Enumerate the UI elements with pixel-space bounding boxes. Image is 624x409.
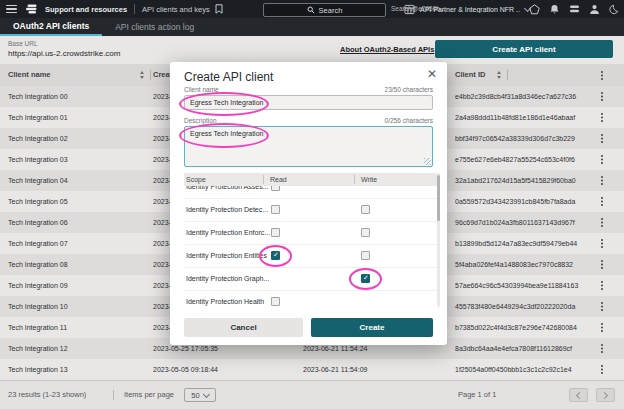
write-checkbox[interactable] bbox=[361, 251, 370, 260]
apps-grid-icon[interactable] bbox=[404, 4, 415, 15]
tab-oauth2-api-clients[interactable]: OAuth2 API clients bbox=[0, 18, 102, 36]
account-label: API Partner & Integration NFR ... bbox=[420, 6, 520, 13]
search-input[interactable]: Search bbox=[263, 3, 386, 17]
row-actions-kebab-icon[interactable] bbox=[601, 323, 603, 325]
row-actions-kebab-icon[interactable] bbox=[601, 239, 603, 241]
scope-list: Identity Protection Asses... Identity Pr… bbox=[184, 176, 437, 309]
cell-created-date: 2023- bbox=[153, 107, 171, 128]
cell-client-id: b13899bd5d124a7a83ec9df59479eb44 bbox=[455, 233, 593, 254]
scope-scrollbar[interactable] bbox=[437, 173, 440, 307]
scope-label: Identity Protection Detec... bbox=[186, 199, 268, 221]
cell-client-name: Tech Integration 02 bbox=[8, 128, 68, 149]
stack-icon[interactable] bbox=[569, 4, 580, 14]
row-actions-kebab-icon[interactable] bbox=[601, 113, 603, 115]
hamburger-menu-icon[interactable] bbox=[6, 5, 17, 14]
cancel-button[interactable]: Cancel bbox=[184, 318, 303, 337]
cell-updated-date: 2023-06-21 11:54:09 bbox=[303, 359, 367, 380]
row-actions-kebab-icon[interactable] bbox=[601, 155, 603, 157]
modal-title: Create API client bbox=[184, 70, 273, 84]
row-actions-kebab-icon[interactable] bbox=[601, 92, 603, 94]
column-options-kebab-icon[interactable] bbox=[601, 71, 603, 73]
row-actions-kebab-icon[interactable] bbox=[601, 260, 603, 262]
crowdstrike-logo[interactable] bbox=[25, 3, 38, 15]
badge-icon[interactable] bbox=[529, 4, 540, 15]
cell-client-name: Tech Integration 03 bbox=[8, 149, 68, 170]
dark-mode-moon-icon[interactable] bbox=[609, 4, 619, 15]
cell-client-name: Tech Integration 11 bbox=[8, 317, 67, 338]
tab-bar: OAuth2 API clients API clients action lo… bbox=[0, 18, 624, 36]
cell-created-date: 2023- bbox=[153, 296, 171, 317]
column-header-client-id[interactable]: Client ID bbox=[455, 64, 485, 86]
row-actions-kebab-icon[interactable] bbox=[601, 197, 603, 199]
row-actions-kebab-icon[interactable] bbox=[601, 365, 603, 367]
cell-client-name: Tech Integration 06 bbox=[8, 212, 68, 233]
cell-client-name: Tech Integration 13 bbox=[8, 359, 68, 380]
items-per-page-select[interactable]: 50 bbox=[184, 388, 216, 402]
row-actions-kebab-icon[interactable] bbox=[601, 344, 603, 346]
account-menu[interactable]: API Partner & Integration NFR ... bbox=[404, 3, 530, 15]
scope-row: Identity Protection Detec... bbox=[184, 199, 437, 222]
items-per-page-value: 50 bbox=[191, 391, 199, 400]
base-url-block: Base URL https://api.us-2.crowdstrike.co… bbox=[8, 40, 120, 58]
next-page-button[interactable] bbox=[596, 388, 615, 402]
notifications-bell-icon[interactable] bbox=[549, 4, 560, 15]
row-actions-kebab-icon[interactable] bbox=[601, 302, 603, 304]
search-icon bbox=[307, 6, 315, 14]
base-url-label: Base URL bbox=[8, 40, 120, 47]
write-checkbox[interactable] bbox=[361, 205, 370, 214]
cell-created-date: 2023- bbox=[153, 233, 171, 254]
create-button[interactable]: Create bbox=[311, 318, 433, 337]
scope-label: Identity Protection Entities bbox=[186, 245, 267, 267]
cell-created-date: 2023- bbox=[153, 254, 171, 275]
cell-client-name: Tech Integration 00 bbox=[8, 86, 68, 107]
create-api-client-modal: Create API client ✕ Client name 23/50 ch… bbox=[170, 62, 447, 345]
results-count: 23 results (1-23 shown) bbox=[8, 381, 86, 409]
scope-label: Identity Protection Health bbox=[186, 291, 264, 309]
cell-client-name: Tech Integration 08 bbox=[8, 254, 68, 275]
client-name-input[interactable]: Egress Tech Integration bbox=[184, 95, 433, 110]
cell-client-id: 1f25054a0ff0450bbb1c3c1c2c92c1e4 bbox=[455, 359, 593, 380]
description-textarea[interactable]: Egress Tech Integration bbox=[184, 126, 433, 167]
read-checkbox[interactable] bbox=[271, 297, 280, 306]
search-placeholder: Search bbox=[319, 6, 343, 15]
cell-client-name: Tech Integration 10 bbox=[8, 296, 68, 317]
cell-created-date: 2023- bbox=[153, 212, 171, 233]
cell-client-id: e4bb2c39d8cb4f31a8d346ec7a627c36 bbox=[455, 86, 593, 107]
crowdstrike-logo-icon bbox=[25, 3, 38, 15]
write-checkbox[interactable] bbox=[361, 274, 370, 283]
top-bar: Support and resources API clients and ke… bbox=[0, 0, 624, 18]
create-api-client-button[interactable]: Create API client bbox=[435, 40, 613, 58]
row-actions-kebab-icon[interactable] bbox=[601, 218, 603, 220]
cell-client-id: 96c69d7d1b024a3fb8011637143d967f bbox=[455, 212, 593, 233]
row-actions-kebab-icon[interactable] bbox=[601, 134, 603, 136]
scope-label: Identity Protection Graph... bbox=[186, 268, 269, 290]
table-row[interactable]: Tech Integration 13 2023-05-05 09:18:44 … bbox=[0, 359, 624, 380]
read-checkbox[interactable] bbox=[271, 228, 280, 237]
tab-api-clients-action-log[interactable]: API clients action log bbox=[102, 18, 207, 36]
sort-icon[interactable] bbox=[497, 71, 502, 79]
scope-table-header: Scope Read Write bbox=[184, 173, 437, 186]
items-per-page-label: Items per page bbox=[124, 381, 174, 409]
close-icon[interactable]: ✕ bbox=[427, 67, 437, 81]
description-label: Description bbox=[184, 117, 217, 124]
page-indicator: Page 1 of 1 bbox=[458, 381, 496, 409]
scope-row: Identity Protection Enforc... bbox=[184, 222, 437, 245]
row-actions-kebab-icon[interactable] bbox=[601, 176, 603, 178]
read-checkbox[interactable] bbox=[271, 205, 280, 214]
about-oauth2-link[interactable]: About OAuth2-Based APIs bbox=[340, 45, 445, 54]
bookmark-icon[interactable] bbox=[215, 4, 223, 14]
description-counter: 0/256 characters bbox=[385, 117, 433, 124]
user-icon[interactable] bbox=[589, 4, 600, 15]
sort-icon[interactable] bbox=[140, 71, 145, 79]
previous-page-button[interactable] bbox=[569, 388, 588, 402]
cell-created-date: 2023- bbox=[153, 191, 171, 212]
read-checkbox[interactable] bbox=[271, 251, 280, 260]
cell-created-date: 2023- bbox=[153, 170, 171, 191]
scope-row: Identity Protection Entities bbox=[184, 245, 437, 268]
column-header-client-name[interactable]: Client name bbox=[8, 64, 51, 86]
cell-client-name: Tech Integration 04 bbox=[8, 170, 68, 191]
row-actions-kebab-icon[interactable] bbox=[601, 281, 603, 283]
cell-client-name: Tech Integration 09 bbox=[8, 275, 68, 296]
write-checkbox[interactable] bbox=[361, 228, 370, 237]
cell-created-date: 2023- bbox=[153, 317, 171, 338]
